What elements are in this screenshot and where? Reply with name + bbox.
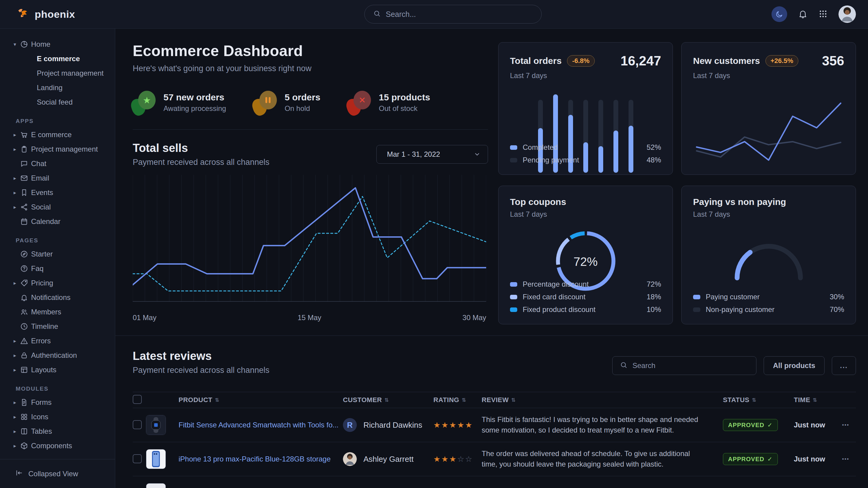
status-badge: APPROVED ✓ bbox=[723, 453, 778, 465]
sidebar-item-chat[interactable]: Chat bbox=[0, 157, 115, 171]
sidebar-item-events[interactable]: ▸ Events bbox=[0, 185, 115, 200]
sidebar-item-label: Events bbox=[31, 188, 53, 197]
row-menu-button[interactable]: ••• bbox=[842, 422, 849, 428]
column-header-rating[interactable]: RATING bbox=[433, 396, 482, 404]
apps-menu-button[interactable] bbox=[818, 9, 828, 19]
total-sells-chart bbox=[133, 175, 486, 311]
new-customers-badge: +26.5% bbox=[766, 55, 798, 67]
row-checkbox[interactable] bbox=[133, 420, 142, 429]
customer-cell[interactable]: RRichard Dawkins bbox=[343, 418, 433, 432]
new-customers-subtitle: Last 7 days bbox=[693, 71, 844, 80]
search-icon bbox=[620, 361, 628, 370]
sidebar-subitem-landing[interactable]: Landing bbox=[0, 80, 115, 95]
total-orders-badge: -6.8% bbox=[567, 55, 594, 67]
dashboard-cards: Total orders -6.8% 16,247 Last 7 days Co… bbox=[498, 42, 856, 324]
caret-right-icon: ▸ bbox=[13, 338, 20, 344]
product-thumbnail[interactable] bbox=[146, 415, 166, 435]
legend-value: 30% bbox=[830, 293, 844, 301]
notifications-button[interactable] bbox=[798, 9, 808, 20]
sidebar-item-starter[interactable]: Starter bbox=[0, 247, 115, 261]
top-navbar: phoenix bbox=[0, 0, 868, 29]
legend-item-pending-payment: Pending payment 48% bbox=[510, 156, 661, 164]
sidebar-item-calendar[interactable]: Calendar bbox=[0, 214, 115, 229]
select-all-checkbox[interactable] bbox=[133, 395, 142, 404]
brand-logo[interactable]: phoenix bbox=[17, 7, 75, 22]
sidebar-subitem-social-feed[interactable]: Social feed bbox=[0, 95, 115, 109]
column-header-product[interactable]: PRODUCT bbox=[179, 396, 343, 404]
sidebar-item-faq[interactable]: Faq bbox=[0, 261, 115, 276]
sidebar-nav: ▾ HomeE commerceProject managementLandin… bbox=[0, 29, 115, 459]
stat-subtitle: On hold bbox=[285, 104, 320, 113]
total-orders-title: Total orders bbox=[510, 56, 562, 66]
row-menu-button[interactable]: ••• bbox=[842, 456, 849, 462]
sidebar-item-e-commerce[interactable]: ▸ E commerce bbox=[0, 128, 115, 142]
paying-card: Paying vs non paying Last 7 days Paying … bbox=[681, 186, 856, 324]
all-products-button[interactable]: All products bbox=[764, 356, 825, 375]
sidebar-item-authentication[interactable]: ▸ Authentication bbox=[0, 348, 115, 363]
columns-icon bbox=[20, 427, 31, 435]
sidebar-item-tables[interactable]: ▸ Tables bbox=[0, 424, 115, 438]
legend-label: Pending payment bbox=[523, 156, 579, 164]
sidebar-item-label: Chat bbox=[31, 159, 46, 168]
search-input[interactable] bbox=[386, 10, 533, 19]
moon-icon bbox=[772, 6, 787, 22]
paying-subtitle: Last 7 days bbox=[693, 210, 844, 219]
sidebar-item-label: Email bbox=[31, 174, 49, 182]
theme-toggle-button[interactable] bbox=[772, 6, 787, 22]
legend-item-percentage-discount: Percentage discount 72% bbox=[510, 280, 661, 289]
reviews-search bbox=[612, 356, 756, 375]
box-icon bbox=[20, 442, 31, 450]
bell-icon bbox=[20, 294, 31, 301]
column-header-review[interactable]: REVIEW bbox=[482, 396, 723, 404]
legend-label: Non-paying customer bbox=[706, 305, 775, 314]
sidebar-item-label: Icons bbox=[31, 413, 48, 421]
sidebar-item-project-management[interactable]: ▸ Project management bbox=[0, 142, 115, 157]
sidebar-item-email[interactable]: ▸ Email bbox=[0, 171, 115, 185]
table-row bbox=[133, 476, 856, 488]
sidebar-item-home[interactable]: ▾ Home bbox=[0, 37, 115, 52]
layout-icon bbox=[20, 366, 31, 374]
reviews-search-input[interactable] bbox=[632, 361, 749, 370]
stat-15-products: ✕ 15 products Out of stock bbox=[348, 91, 430, 114]
sidebar-item-errors[interactable]: ▸ Errors bbox=[0, 334, 115, 348]
customer-cell[interactable]: Ashley Garrett bbox=[343, 452, 433, 466]
date-range-select[interactable]: Mar 1 - 31, 2022 bbox=[376, 145, 488, 164]
user-avatar[interactable] bbox=[838, 5, 856, 23]
paying-title: Paying vs non paying bbox=[693, 197, 844, 207]
grid-icon bbox=[20, 413, 31, 421]
top-coupons-card: Top coupons Last 7 days 72% Percentage d… bbox=[498, 186, 673, 324]
reviews-menu-button[interactable]: ... bbox=[832, 356, 856, 375]
sidebar-item-social[interactable]: ▸ Social bbox=[0, 200, 115, 214]
top-coupons-title: Top coupons bbox=[510, 197, 661, 207]
column-header-time[interactable]: TIME bbox=[794, 396, 842, 404]
sidebar-subitem-e-commerce[interactable]: E commerce bbox=[0, 52, 115, 66]
legend-label: Fixed card discount bbox=[523, 293, 585, 301]
product-link[interactable]: iPhone 13 pro max-Pacific Blue-128GB sto… bbox=[179, 455, 331, 463]
sidebar-item-forms[interactable]: ▸ Forms bbox=[0, 395, 115, 410]
sidebar-item-notifications[interactable]: Notifications bbox=[0, 290, 115, 305]
product-thumbnail[interactable] bbox=[146, 483, 166, 488]
product-thumbnail[interactable] bbox=[146, 449, 166, 469]
apps-grid-icon bbox=[818, 9, 828, 19]
sidebar-item-pricing[interactable]: ▸ Pricing bbox=[0, 276, 115, 290]
sidebar-item-components[interactable]: ▸ Components bbox=[0, 438, 115, 453]
sidebar-item-icons[interactable]: ▸ Icons bbox=[0, 410, 115, 424]
collapsed-view-toggle[interactable]: Collapsed View bbox=[0, 459, 115, 488]
total-orders-subtitle: Last 7 days bbox=[510, 71, 661, 80]
file-text-icon bbox=[20, 398, 31, 406]
sidebar-subitem-project-management[interactable]: Project management bbox=[0, 66, 115, 80]
product-link[interactable]: Fitbit Sense Advanced Smartwatch with To… bbox=[179, 421, 338, 429]
legend-label: Fixed product discount bbox=[523, 305, 595, 314]
column-header-status[interactable]: STATUS bbox=[723, 396, 794, 404]
sidebar-item-layouts[interactable]: ▸ Layouts bbox=[0, 363, 115, 377]
mail-icon bbox=[20, 174, 31, 182]
total-orders-card: Total orders -6.8% 16,247 Last 7 days Co… bbox=[498, 42, 673, 175]
cross-icon: ✕ bbox=[348, 91, 371, 114]
sidebar-item-timeline[interactable]: Timeline bbox=[0, 319, 115, 334]
sidebar-item-members[interactable]: Members bbox=[0, 305, 115, 319]
rating-stars: ★★★☆☆ bbox=[433, 455, 482, 464]
row-checkbox[interactable] bbox=[133, 454, 142, 463]
column-header-customer[interactable]: CUSTOMER bbox=[343, 396, 433, 404]
review-text: This Fitbit is fantastic! I was trying t… bbox=[482, 415, 723, 435]
paying-legend: Paying customer 30% Non-paying customer … bbox=[693, 293, 844, 314]
